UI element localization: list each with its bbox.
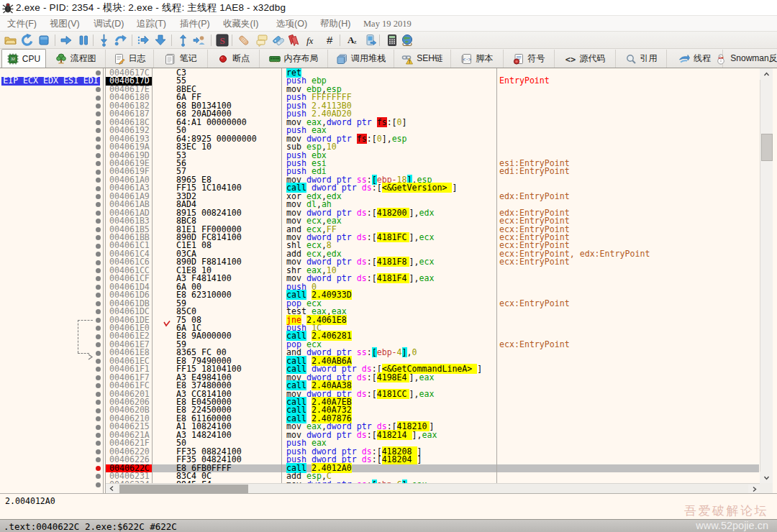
row-bullet-dot[interactable] bbox=[96, 104, 101, 109]
horizontal-scrollbar-thumb[interactable] bbox=[119, 485, 248, 493]
row-bullet-dot[interactable] bbox=[96, 351, 101, 356]
row-bullet-dot[interactable] bbox=[96, 433, 101, 438]
menu-item-1[interactable]: 文件(F) bbox=[7, 18, 37, 30]
world-globe-icon[interactable] bbox=[401, 34, 414, 47]
row-bullet-dot[interactable] bbox=[96, 268, 101, 273]
row-bullet-dot[interactable] bbox=[96, 318, 101, 323]
hash-icon[interactable]: # bbox=[324, 34, 337, 47]
tab-label: SEH链 bbox=[417, 52, 443, 65]
patches-icon[interactable] bbox=[237, 34, 250, 47]
tab-脚本[interactable]: <·>脚本 bbox=[451, 50, 504, 68]
row-bullet-dot[interactable] bbox=[96, 244, 101, 249]
tab-seh链[interactable]: !SEH链 bbox=[394, 50, 451, 68]
tab-笔记[interactable]: 笔记 bbox=[154, 50, 208, 68]
bytes-column-separator bbox=[281, 68, 282, 483]
step-out-icon[interactable] bbox=[154, 34, 167, 47]
trace-into-icon[interactable] bbox=[137, 34, 150, 47]
tab-日志[interactable]: 日志 bbox=[106, 50, 154, 68]
row-bullet-dot[interactable] bbox=[96, 375, 101, 380]
row-bullet-dot[interactable] bbox=[96, 334, 101, 339]
menu-item-7[interactable]: 选项(O) bbox=[276, 18, 307, 30]
tab-label: 流程图 bbox=[71, 52, 96, 65]
restart-icon[interactable] bbox=[21, 34, 34, 47]
vertical-scrollbar-thumb[interactable] bbox=[761, 134, 773, 161]
bookmarks-icon[interactable] bbox=[287, 34, 300, 47]
breakpoint-dot[interactable] bbox=[96, 466, 101, 471]
stop-icon[interactable] bbox=[37, 34, 50, 47]
watermark-line2: www.52pojie.cn bbox=[696, 520, 768, 531]
bytes-cell: 8945 F4 bbox=[176, 481, 212, 484]
comment-cell: edi:EntryPoint bbox=[499, 168, 570, 175]
labels-icon[interactable] bbox=[271, 34, 284, 47]
scroll-left-button[interactable] bbox=[106, 484, 117, 493]
horizontal-scrollbar[interactable] bbox=[106, 483, 773, 493]
functions-fx-icon[interactable]: fx bbox=[305, 34, 318, 47]
x32dbg-bug-icon bbox=[2, 2, 14, 14]
tab-流程图[interactable]: 流程图 bbox=[46, 50, 106, 68]
tab-线程[interactable]: 线程 bbox=[667, 50, 723, 68]
jump-arrowhead bbox=[87, 350, 94, 357]
font-az-icon[interactable]: Az bbox=[346, 34, 359, 47]
tab-snowman反编译[interactable]: Snowman反编译 bbox=[723, 50, 777, 68]
step-over-icon[interactable] bbox=[114, 34, 127, 47]
open-folder-icon[interactable] bbox=[4, 34, 17, 47]
row-bullet-dot[interactable] bbox=[96, 408, 101, 413]
tab-引用[interactable]: 引用 bbox=[616, 50, 667, 68]
row-bullet-dot[interactable] bbox=[96, 482, 101, 487]
menu-item-4[interactable]: 追踪(T) bbox=[137, 18, 166, 30]
tab-符号[interactable]: 符号 bbox=[504, 50, 555, 68]
svg-text:fx: fx bbox=[306, 35, 314, 46]
row-bullet-dot[interactable] bbox=[96, 449, 101, 454]
tab-cpu[interactable]: 32CPU bbox=[1, 49, 46, 68]
comment-cell: ecx:EntryPoint bbox=[499, 341, 570, 349]
row-bullet-dot[interactable] bbox=[96, 120, 101, 125]
row-bullet-dot[interactable] bbox=[96, 186, 101, 191]
step-into-icon[interactable] bbox=[98, 34, 111, 47]
row-bullet-dot[interactable] bbox=[96, 194, 101, 199]
menu-item-3[interactable]: 调试(D) bbox=[94, 18, 124, 30]
notify-device-icon[interactable] bbox=[364, 34, 377, 47]
svg-text:!: ! bbox=[409, 59, 410, 64]
menu-item-2[interactable]: 视图(V) bbox=[50, 18, 80, 30]
menu-item-5[interactable]: 插件(P) bbox=[180, 18, 210, 30]
tab-label: 脚本 bbox=[476, 52, 494, 65]
tab-label: 日志 bbox=[129, 52, 146, 65]
row-bullet-dot[interactable] bbox=[96, 425, 101, 430]
row-bullet-dot[interactable] bbox=[96, 342, 101, 347]
scylla-icon[interactable]: S bbox=[216, 34, 229, 47]
sidebar-separator-line bbox=[103, 68, 104, 493]
scroll-up-button[interactable] bbox=[760, 68, 773, 80]
scroll-down-button[interactable] bbox=[760, 472, 773, 483]
run-to-return-icon[interactable] bbox=[177, 34, 190, 47]
vertical-scrollbar[interactable] bbox=[760, 68, 773, 483]
row-bullet-dot[interactable] bbox=[96, 170, 101, 175]
row-bullet-dot[interactable] bbox=[96, 211, 101, 216]
tab-内存布局[interactable]: 内存布局 bbox=[260, 50, 328, 68]
row-bullet-dot[interactable] bbox=[96, 285, 101, 290]
row-bullet-dot[interactable] bbox=[96, 301, 101, 306]
row-bullet-dot[interactable] bbox=[96, 153, 101, 158]
seh-chain-icon: ! bbox=[401, 53, 413, 65]
comments-icon[interactable] bbox=[255, 34, 268, 47]
svg-text:#: # bbox=[327, 34, 333, 46]
jump-line-vertical bbox=[78, 320, 78, 353]
run-to-user-code-icon[interactable] bbox=[193, 34, 206, 47]
row-bullet-dot[interactable] bbox=[96, 359, 101, 364]
pause-icon[interactable] bbox=[77, 34, 90, 47]
comment-cell: ecx:EntryPoint bbox=[499, 258, 570, 266]
row-bullet-dot[interactable] bbox=[96, 178, 101, 183]
tab-label: 断点 bbox=[232, 52, 250, 65]
row-bullet-dot[interactable] bbox=[96, 96, 101, 101]
row-bullet-dot[interactable] bbox=[96, 392, 101, 397]
row-bullet-dot[interactable] bbox=[96, 260, 101, 265]
row-bullet-dot[interactable] bbox=[96, 227, 101, 232]
tab-断点[interactable]: 断点 bbox=[208, 50, 260, 68]
calculator-icon[interactable] bbox=[386, 34, 399, 47]
menu-item-6[interactable]: 收藏夹(I) bbox=[223, 18, 258, 30]
run-icon[interactable] bbox=[60, 34, 73, 47]
toolbar: Sfx#Az bbox=[0, 32, 777, 49]
tab-源代码[interactable]: <>源代码 bbox=[555, 50, 616, 68]
menu-item-8[interactable]: 帮助(H) bbox=[320, 18, 350, 30]
tab-调用堆栈[interactable]: 调用堆栈 bbox=[328, 50, 394, 68]
row-bullet-dot[interactable] bbox=[96, 137, 101, 142]
